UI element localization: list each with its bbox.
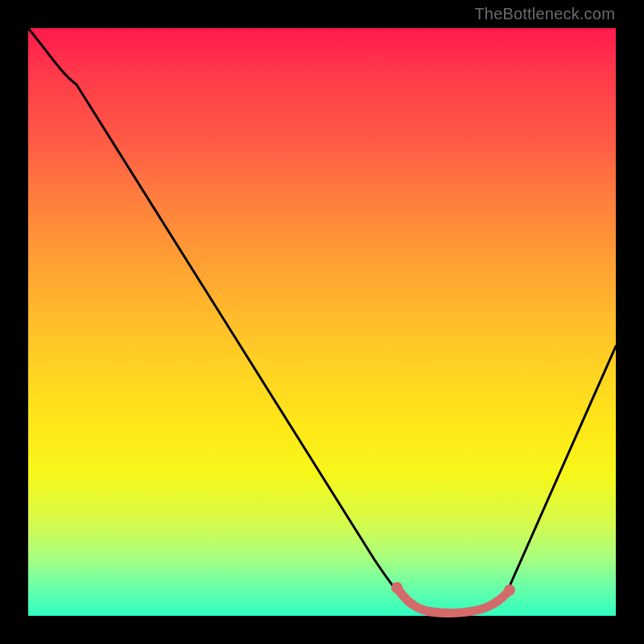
watermark-text: TheBottleneck.com	[474, 5, 615, 23]
trough-right-dot-icon	[504, 584, 515, 596]
plot-area	[28, 28, 616, 616]
trough-highlight	[397, 588, 510, 613]
chart-container: TheBottleneck.com	[0, 0, 644, 644]
bottleneck-curve	[28, 28, 616, 612]
trough-left-dot-icon	[391, 582, 402, 593]
bottleneck-curve-svg	[28, 28, 616, 616]
